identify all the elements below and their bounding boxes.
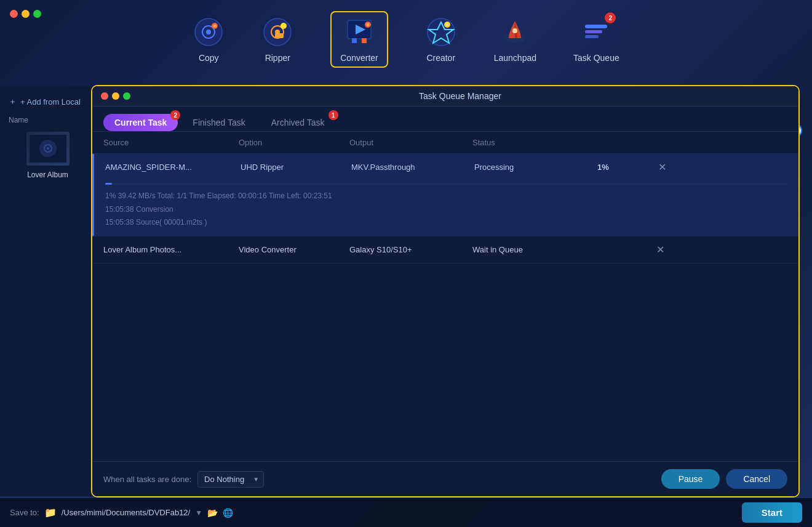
sidebar-item-label: Lover Album (0, 171, 95, 183)
svg-rect-9 (275, 33, 284, 38)
launchpad-label: Launchpad (494, 53, 536, 63)
copy-label: Copy (199, 53, 219, 63)
col-status: Status (472, 138, 595, 147)
task2-status: Wait in Queue (472, 245, 595, 254)
ripper-icon-wrap (261, 16, 293, 48)
task2-output: Galaxy S10/S10+ (349, 245, 472, 254)
svg-rect-24 (585, 30, 602, 33)
open-folder-icon[interactable]: 📂 (207, 508, 218, 518)
top-navigation: Copy Ripper (0, 0, 812, 74)
path-dropdown-icon[interactable]: ▼ (195, 509, 202, 517)
svg-point-2 (206, 30, 211, 34)
left-sidebar: ＋ + Add from Local Name Lover Album (0, 86, 95, 496)
converter-icon-wrap (343, 16, 375, 48)
task1-option: UHD Ripper (241, 163, 351, 172)
task-queue-manager-modal: Task Queue Manager Current Task 2 Finish… (91, 85, 800, 497)
ripper-icon (261, 16, 293, 48)
add-from-local-label: + Add from Local (20, 97, 81, 107)
when-done-label: When all tasks are done: (103, 475, 191, 484)
task2-remove-button[interactable]: ✕ (645, 244, 675, 255)
sidebar-thumb (26, 132, 70, 166)
tab-archived-task-label: Archived Task (271, 118, 325, 127)
save-path: /Users/mimi/Documents/DVDFab12/ (62, 508, 191, 517)
modal-footer: When all tasks are done: Do Nothing Shut… (92, 461, 798, 496)
tab-finished-task-label: Finished Task (193, 118, 245, 127)
taskqueue-badge: 2 (605, 12, 616, 23)
copy-icon (193, 16, 225, 48)
tab-current-task-label: Current Task (114, 118, 167, 127)
modal-traffic-lights (101, 92, 130, 100)
nav-item-creator[interactable]: Creator (425, 16, 457, 63)
svg-point-22 (512, 28, 517, 33)
creator-icon (425, 16, 457, 48)
svg-rect-13 (352, 38, 357, 43)
table-row: Lover Album Photos... Video Converter Ga… (92, 236, 798, 264)
task1-output: MKV.Passthrough (351, 163, 474, 172)
svg-rect-23 (585, 25, 607, 28)
add-from-local-button[interactable]: ＋ + Add from Local (0, 92, 95, 111)
task1-detail-line2: 15:05:38 Conversion (105, 203, 787, 217)
svg-point-20 (445, 23, 448, 26)
copy-icon-wrap (193, 16, 225, 48)
when-done-select[interactable]: Do Nothing Shut Down Hibernate Sleep (197, 471, 264, 488)
nav-item-launchpad[interactable]: Launchpad (494, 16, 536, 63)
modal-title: Task Queue Manager (130, 91, 790, 101)
save-to-label: Save to: (10, 508, 39, 517)
task1-status: Processing (474, 163, 597, 172)
svg-point-4 (213, 25, 217, 28)
task-row-main-1: AMAZING_SPIDER-M... UHD Ripper MKV.Passt… (105, 154, 787, 180)
task-row-main-2: Lover Album Photos... Video Converter Ga… (103, 236, 787, 263)
current-task-badge: 2 (170, 110, 180, 120)
ripper-label: Ripper (265, 53, 290, 63)
modal-maximize-button[interactable] (123, 92, 130, 100)
task1-percent: 1% (597, 163, 647, 172)
table-row: AMAZING_SPIDER-M... UHD Ripper MKV.Passt… (92, 154, 798, 236)
taskqueue-icon-wrap: 2 (580, 16, 612, 48)
task-list: AMAZING_SPIDER-M... UHD Ripper MKV.Passt… (92, 154, 798, 461)
nav-item-ripper[interactable]: Ripper (261, 16, 293, 63)
modal-titlebar: Task Queue Manager (92, 86, 798, 107)
pause-button[interactable]: Pause (661, 469, 720, 489)
when-done-select-wrap: Do Nothing Shut Down Hibernate Sleep (197, 471, 264, 488)
converter-icon (343, 16, 375, 48)
col-option: Option (239, 138, 349, 147)
nav-item-copy[interactable]: Copy (193, 16, 225, 63)
svg-rect-14 (362, 38, 367, 43)
task1-remove-button[interactable]: ✕ (647, 161, 677, 173)
tab-archived-task[interactable]: Archived Task 1 (260, 114, 336, 131)
tab-finished-task[interactable]: Finished Task (181, 114, 256, 131)
task2-option: Video Converter (239, 245, 349, 254)
archived-task-badge: 1 (328, 110, 338, 120)
launchpad-icon-wrap (499, 16, 531, 48)
task1-details: 1% 39.42 MB/s Total: 1/1 Time Elapsed: 0… (105, 187, 787, 236)
nav-item-taskqueue[interactable]: 2 Task Queue (573, 16, 619, 63)
col-output: Output (349, 138, 472, 147)
svg-point-16 (366, 23, 369, 26)
cancel-button[interactable]: Cancel (726, 469, 787, 489)
bottom-bar: Save to: 📁 /Users/mimi/Documents/DVDFab1… (0, 497, 812, 527)
globe-icon: 🌐 (223, 508, 233, 518)
col-action (645, 138, 675, 147)
folder-icon: 📁 (44, 507, 57, 518)
nav-item-converter[interactable]: Converter (330, 11, 388, 68)
table-header: Source Option Output Status (92, 132, 798, 154)
task2-source: Lover Album Photos... (103, 245, 239, 254)
svg-rect-25 (585, 35, 599, 38)
modal-minimize-button[interactable] (112, 92, 119, 100)
task1-progress-bar (105, 183, 787, 185)
creator-icon-wrap (425, 16, 457, 48)
svg-point-8 (281, 23, 287, 29)
tab-bar: Current Task 2 Finished Task Archived Ta… (92, 107, 798, 132)
converter-label: Converter (340, 53, 378, 63)
task1-detail-line1: 1% 39.42 MB/s Total: 1/1 Time Elapsed: 0… (105, 190, 787, 203)
task1-source: AMAZING_SPIDER-M... (105, 163, 241, 172)
taskqueue-label: Task Queue (573, 53, 619, 63)
col-source: Source (103, 138, 239, 147)
task1-detail-line3: 15:05:38 Source( 00001.m2ts ) (105, 216, 787, 230)
modal-close-button[interactable] (101, 92, 108, 100)
start-button[interactable]: Start (742, 502, 802, 523)
sidebar-name-header: Name (0, 111, 95, 127)
col-percent (595, 138, 645, 147)
creator-label: Creator (426, 53, 455, 63)
tab-current-task[interactable]: Current Task 2 (103, 114, 178, 131)
